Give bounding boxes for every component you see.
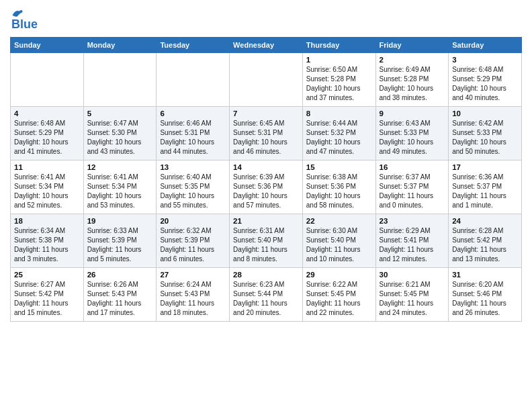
calendar-week-row: 18 Sunrise: 6:34 AMSunset: 5:38 PMDaylig… xyxy=(11,214,522,268)
day-info: Sunrise: 6:26 AMSunset: 5:43 PMDaylight:… xyxy=(87,280,153,318)
calendar-day-cell: 10 Sunrise: 6:42 AMSunset: 5:33 PMDaylig… xyxy=(449,107,522,161)
day-info: Sunrise: 6:23 AMSunset: 5:44 PMDaylight:… xyxy=(233,280,299,318)
day-number: 2 xyxy=(380,56,445,64)
day-info: Sunrise: 6:48 AMSunset: 5:29 PMDaylight:… xyxy=(452,65,518,103)
day-number: 1 xyxy=(306,56,372,64)
day-info: Sunrise: 6:49 AMSunset: 5:28 PMDaylight:… xyxy=(380,65,445,103)
day-info: Sunrise: 6:41 AMSunset: 5:34 PMDaylight:… xyxy=(87,173,153,210)
day-number: 15 xyxy=(306,163,372,171)
day-info: Sunrise: 6:44 AMSunset: 5:32 PMDaylight:… xyxy=(306,119,372,156)
logo: Blue xyxy=(10,7,38,32)
day-info: Sunrise: 6:31 AMSunset: 5:40 PMDaylight:… xyxy=(233,226,299,264)
calendar-day-cell xyxy=(230,53,303,107)
calendar-table: SundayMondayTuesdayWednesdayThursdayFrid… xyxy=(10,37,522,322)
calendar-day-cell: 17 Sunrise: 6:36 AMSunset: 5:37 PMDaylig… xyxy=(449,161,522,214)
calendar-day-cell xyxy=(83,53,157,107)
day-number: 11 xyxy=(14,163,80,171)
calendar-day-cell: 20 Sunrise: 6:32 AMSunset: 5:39 PMDaylig… xyxy=(157,214,230,268)
day-info: Sunrise: 6:20 AMSunset: 5:46 PMDaylight:… xyxy=(452,280,518,318)
day-info: Sunrise: 6:40 AMSunset: 5:35 PMDaylight:… xyxy=(160,173,226,210)
day-number: 25 xyxy=(14,271,80,279)
day-number: 7 xyxy=(233,109,299,118)
calendar-day-cell: 23 Sunrise: 6:29 AMSunset: 5:41 PMDaylig… xyxy=(375,214,449,268)
calendar-day-cell: 6 Sunrise: 6:46 AMSunset: 5:31 PMDayligh… xyxy=(157,107,230,161)
day-number: 24 xyxy=(452,217,518,225)
day-number: 30 xyxy=(380,271,445,279)
day-number: 10 xyxy=(452,109,518,118)
day-info: Sunrise: 6:36 AMSunset: 5:37 PMDaylight:… xyxy=(452,173,518,210)
day-info: Sunrise: 6:34 AMSunset: 5:38 PMDaylight:… xyxy=(14,226,80,264)
calendar-day-cell: 8 Sunrise: 6:44 AMSunset: 5:32 PMDayligh… xyxy=(302,107,375,161)
calendar-week-row: 4 Sunrise: 6:48 AMSunset: 5:29 PMDayligh… xyxy=(11,107,522,161)
day-info: Sunrise: 6:43 AMSunset: 5:33 PMDaylight:… xyxy=(380,119,445,156)
calendar-day-cell: 7 Sunrise: 6:45 AMSunset: 5:31 PMDayligh… xyxy=(230,107,303,161)
day-info: Sunrise: 6:37 AMSunset: 5:37 PMDaylight:… xyxy=(380,173,445,210)
day-number: 14 xyxy=(233,163,299,171)
calendar-day-cell: 9 Sunrise: 6:43 AMSunset: 5:33 PMDayligh… xyxy=(375,107,449,161)
day-info: Sunrise: 6:48 AMSunset: 5:29 PMDaylight:… xyxy=(14,119,80,156)
calendar-day-cell: 13 Sunrise: 6:40 AMSunset: 5:35 PMDaylig… xyxy=(157,161,230,214)
weekday-header-cell: Wednesday xyxy=(230,38,303,53)
day-info: Sunrise: 6:41 AMSunset: 5:34 PMDaylight:… xyxy=(14,173,80,210)
calendar-day-cell: 3 Sunrise: 6:48 AMSunset: 5:29 PMDayligh… xyxy=(449,53,522,107)
weekday-header-cell: Friday xyxy=(375,38,449,53)
calendar-day-cell: 21 Sunrise: 6:31 AMSunset: 5:40 PMDaylig… xyxy=(230,214,303,268)
day-number: 23 xyxy=(380,217,445,225)
calendar-day-cell: 14 Sunrise: 6:39 AMSunset: 5:36 PMDaylig… xyxy=(230,161,303,214)
calendar-day-cell: 31 Sunrise: 6:20 AMSunset: 5:46 PMDaylig… xyxy=(449,268,522,322)
day-info: Sunrise: 6:42 AMSunset: 5:33 PMDaylight:… xyxy=(452,119,518,156)
day-info: Sunrise: 6:27 AMSunset: 5:42 PMDaylight:… xyxy=(14,280,80,318)
calendar-week-row: 25 Sunrise: 6:27 AMSunset: 5:42 PMDaylig… xyxy=(11,268,522,322)
weekday-header-cell: Thursday xyxy=(302,38,375,53)
day-info: Sunrise: 6:45 AMSunset: 5:31 PMDaylight:… xyxy=(233,119,299,156)
day-info: Sunrise: 6:21 AMSunset: 5:45 PMDaylight:… xyxy=(380,280,445,318)
calendar-day-cell: 1 Sunrise: 6:50 AMSunset: 5:28 PMDayligh… xyxy=(302,53,375,107)
day-info: Sunrise: 6:32 AMSunset: 5:39 PMDaylight:… xyxy=(160,226,226,264)
day-number: 6 xyxy=(160,109,226,118)
weekday-header-cell: Saturday xyxy=(449,38,522,53)
calendar-day-cell: 24 Sunrise: 6:28 AMSunset: 5:42 PMDaylig… xyxy=(449,214,522,268)
day-number: 28 xyxy=(233,271,299,279)
calendar-day-cell: 22 Sunrise: 6:30 AMSunset: 5:40 PMDaylig… xyxy=(302,214,375,268)
day-number: 29 xyxy=(306,271,372,279)
weekday-header-cell: Sunday xyxy=(11,38,84,53)
day-info: Sunrise: 6:33 AMSunset: 5:39 PMDaylight:… xyxy=(87,226,153,264)
day-info: Sunrise: 6:28 AMSunset: 5:42 PMDaylight:… xyxy=(452,226,518,264)
weekday-header-cell: Monday xyxy=(83,38,157,53)
calendar-week-row: 11 Sunrise: 6:41 AMSunset: 5:34 PMDaylig… xyxy=(11,161,522,214)
calendar-day-cell: 18 Sunrise: 6:34 AMSunset: 5:38 PMDaylig… xyxy=(11,214,84,268)
calendar-day-cell xyxy=(11,53,84,107)
calendar-week-row: 1 Sunrise: 6:50 AMSunset: 5:28 PMDayligh… xyxy=(11,53,522,107)
day-info: Sunrise: 6:30 AMSunset: 5:40 PMDaylight:… xyxy=(306,226,372,264)
day-number: 20 xyxy=(160,217,226,225)
day-number: 26 xyxy=(87,271,153,279)
page-header: Blue xyxy=(10,7,522,32)
day-number: 31 xyxy=(452,271,518,279)
day-info: Sunrise: 6:47 AMSunset: 5:30 PMDaylight:… xyxy=(87,119,153,156)
day-info: Sunrise: 6:38 AMSunset: 5:36 PMDaylight:… xyxy=(306,173,372,210)
logo-blue-text: Blue xyxy=(10,17,38,32)
calendar-day-cell: 27 Sunrise: 6:24 AMSunset: 5:43 PMDaylig… xyxy=(157,268,230,322)
weekday-header-row: SundayMondayTuesdayWednesdayThursdayFrid… xyxy=(11,38,522,53)
day-number: 16 xyxy=(380,163,445,171)
day-info: Sunrise: 6:39 AMSunset: 5:36 PMDaylight:… xyxy=(233,173,299,210)
calendar-day-cell: 19 Sunrise: 6:33 AMSunset: 5:39 PMDaylig… xyxy=(83,214,157,268)
calendar-day-cell xyxy=(157,53,230,107)
day-number: 13 xyxy=(160,163,226,171)
calendar-day-cell: 5 Sunrise: 6:47 AMSunset: 5:30 PMDayligh… xyxy=(83,107,157,161)
day-number: 12 xyxy=(87,163,153,171)
day-info: Sunrise: 6:50 AMSunset: 5:28 PMDaylight:… xyxy=(306,65,372,103)
weekday-header-cell: Tuesday xyxy=(157,38,230,53)
day-number: 22 xyxy=(306,217,372,225)
day-info: Sunrise: 6:22 AMSunset: 5:45 PMDaylight:… xyxy=(306,280,372,318)
day-number: 5 xyxy=(87,109,153,118)
day-number: 21 xyxy=(233,217,299,225)
calendar-day-cell: 26 Sunrise: 6:26 AMSunset: 5:43 PMDaylig… xyxy=(83,268,157,322)
calendar-day-cell: 28 Sunrise: 6:23 AMSunset: 5:44 PMDaylig… xyxy=(230,268,303,322)
calendar-day-cell: 29 Sunrise: 6:22 AMSunset: 5:45 PMDaylig… xyxy=(302,268,375,322)
day-number: 27 xyxy=(160,271,226,279)
calendar-day-cell: 16 Sunrise: 6:37 AMSunset: 5:37 PMDaylig… xyxy=(375,161,449,214)
calendar-day-cell: 25 Sunrise: 6:27 AMSunset: 5:42 PMDaylig… xyxy=(11,268,84,322)
calendar-day-cell: 12 Sunrise: 6:41 AMSunset: 5:34 PMDaylig… xyxy=(83,161,157,214)
day-number: 17 xyxy=(452,163,518,171)
